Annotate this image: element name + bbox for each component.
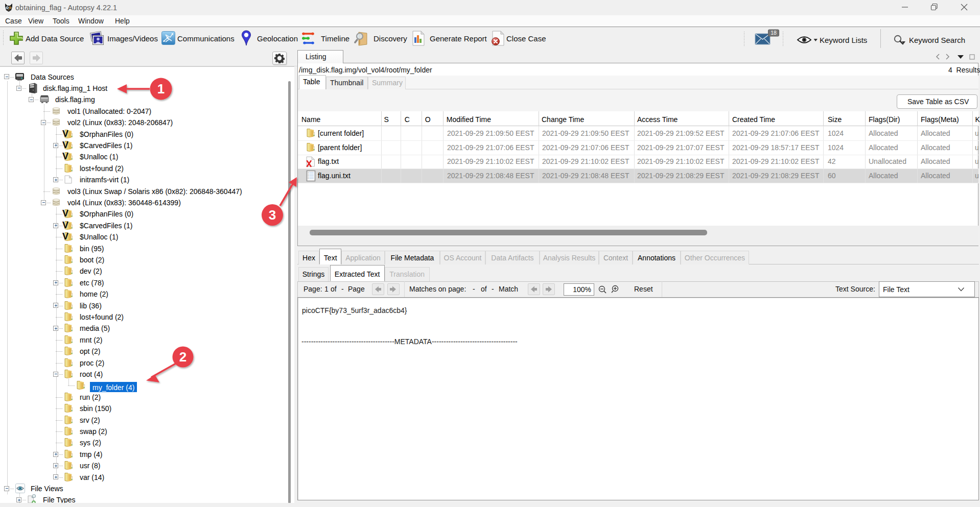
svg-text:18: 18	[771, 30, 777, 36]
